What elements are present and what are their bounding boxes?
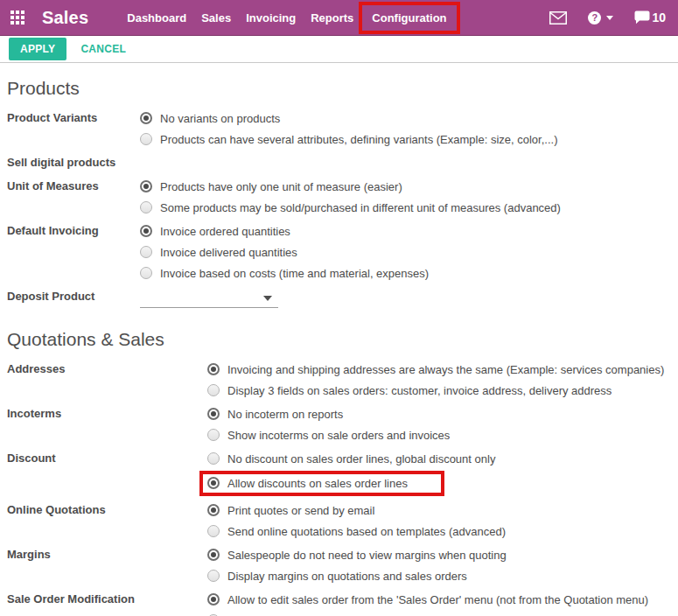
radio-option-one-uom[interactable]: Products have only one unit of measure (… <box>140 176 669 197</box>
settings-form: Products Product Variants No variants on… <box>0 78 678 616</box>
radio-option-show-incoterms[interactable]: Show incoterms on sale orders and invoic… <box>207 424 669 445</box>
nav-configuration[interactable]: Configuration <box>359 2 459 34</box>
group-label: Margins <box>7 544 207 586</box>
radio-option-never-modify[interactable]: Never allow to modify a confirmed sale o… <box>207 610 669 616</box>
group-margins: Margins Salespeople do not need to view … <box>7 544 669 586</box>
group-incoterms: Incoterms No incoterm on reports Show in… <box>7 403 669 445</box>
group-label: Discount <box>7 448 207 497</box>
radio-option-multi-uom[interactable]: Some products may be sold/purchased in d… <box>140 197 669 218</box>
chat-messages-button[interactable]: 10 <box>634 10 666 24</box>
radio-selected-icon[interactable] <box>140 180 152 192</box>
radio-selected-icon[interactable] <box>207 408 220 420</box>
nav-dashboard[interactable]: Dashboard <box>127 11 186 24</box>
radio-option-label: Allow to edit sales order from the 'Sale… <box>227 593 648 606</box>
radio-option-allow-edit-sale-order[interactable]: Allow to edit sales order from the 'Sale… <box>207 589 669 610</box>
group-label: Sale Order Modification <box>7 589 207 616</box>
radio-option-invoice-ordered[interactable]: Invoice ordered quantities <box>140 220 669 242</box>
apps-grid-icon[interactable] <box>10 10 24 24</box>
radio-unselected-icon[interactable] <box>140 267 152 279</box>
radio-option-label: Invoicing and shipping addresses are alw… <box>227 363 664 376</box>
radio-option-label: Display margins on quotations and sales … <box>227 570 467 583</box>
top-navbar: Sales Dashboard Sales Invoicing Reports … <box>0 0 678 36</box>
deposit-product-dropdown[interactable] <box>140 290 278 308</box>
radio-selected-icon[interactable] <box>207 477 220 489</box>
radio-option-label: Print quotes or send by email <box>227 504 374 517</box>
group-label: Deposit Product <box>7 286 140 308</box>
group-deposit-product: Deposit Product <box>7 286 669 308</box>
group-label: Unit of Measures <box>7 176 140 218</box>
quotations-sales-groups: Addresses Invoicing and shipping address… <box>7 359 669 616</box>
group-unit-of-measures: Unit of Measures Products have only one … <box>7 176 669 218</box>
radio-unselected-icon[interactable] <box>140 246 152 258</box>
annotation-box-discount: Allow discounts on sales order lines <box>199 471 444 496</box>
radio-option-invoice-costs[interactable]: Invoice based on costs (time and materia… <box>140 262 669 284</box>
help-dropdown[interactable]: ? <box>588 11 613 24</box>
radio-option-no-discount[interactable]: No discount on sales order lines, global… <box>207 448 669 469</box>
app-title: Sales <box>42 8 88 28</box>
messages-envelope-icon[interactable] <box>549 11 567 24</box>
radio-unselected-icon[interactable] <box>207 452 220 465</box>
group-label: Incoterms <box>7 403 207 445</box>
radio-selected-icon[interactable] <box>140 112 152 124</box>
group-label: Sell digital products <box>7 152 140 173</box>
chat-bubble-icon <box>634 10 650 24</box>
radio-selected-icon[interactable] <box>207 363 220 375</box>
radio-unselected-icon[interactable] <box>140 133 152 145</box>
radio-option-print-quotes[interactable]: Print quotes or send by email <box>207 500 669 521</box>
radio-unselected-icon[interactable] <box>207 570 220 582</box>
radio-option-variants-attributes[interactable]: Products can have several attributes, de… <box>140 129 669 150</box>
radio-selected-icon[interactable] <box>207 593 220 606</box>
radio-unselected-icon[interactable] <box>207 525 220 537</box>
apply-button[interactable]: APPLY <box>9 38 66 60</box>
section-title-products: Products <box>7 78 669 99</box>
chevron-down-icon <box>606 16 613 20</box>
cancel-button[interactable]: CANCEL <box>80 43 126 55</box>
radio-option-label: Allow discounts on sales order lines <box>227 477 408 490</box>
radio-option-online-templates[interactable]: Send online quotations based on template… <box>207 521 669 542</box>
radio-option-label: Display 3 fields on sales orders: custom… <box>227 384 612 397</box>
nav-sales[interactable]: Sales <box>201 11 231 24</box>
radio-unselected-icon[interactable] <box>207 429 220 441</box>
radio-option-display-margins[interactable]: Display margins on quotations and sales … <box>207 565 669 586</box>
radio-option-invoice-delivered[interactable]: Invoice delivered quantities <box>140 242 669 262</box>
group-sale-order-modification: Sale Order Modification Allow to edit sa… <box>7 589 669 616</box>
group-product-variants: Product Variants No variants on products… <box>7 108 669 150</box>
radio-selected-icon[interactable] <box>207 504 220 516</box>
radio-unselected-icon[interactable] <box>140 201 152 214</box>
radio-selected-icon[interactable] <box>140 225 152 237</box>
radio-option-label: Send online quotations based on template… <box>227 525 506 538</box>
radio-option-no-variants[interactable]: No variants on products <box>140 108 669 129</box>
chat-count-badge: 10 <box>652 10 666 24</box>
radio-unselected-icon[interactable] <box>207 384 220 396</box>
help-icon: ? <box>588 11 601 24</box>
topbar-icons: ? 10 <box>528 10 666 24</box>
radio-option-three-address-fields[interactable]: Display 3 fields on sales orders: custom… <box>207 380 669 401</box>
radio-option-label: Invoice ordered quantities <box>160 225 290 238</box>
group-default-invoicing: Default Invoicing Invoice ordered quanti… <box>7 220 669 284</box>
radio-option-allow-discounts[interactable]: Allow discounts on sales order lines <box>207 469 669 497</box>
radio-option-label: Some products may be sold/purchased in d… <box>160 201 561 214</box>
nav-invoicing[interactable]: Invoicing <box>246 11 296 24</box>
group-label: Addresses <box>7 359 207 401</box>
radio-option-no-incoterm[interactable]: No incoterm on reports <box>207 403 669 424</box>
nav-reports[interactable]: Reports <box>311 11 353 24</box>
envelope-icon <box>549 11 567 24</box>
radio-option-label: Salespeople do not need to view margins … <box>227 549 507 562</box>
radio-option-label: Show incoterms on sale orders and invoic… <box>227 429 450 442</box>
radio-option-label: Products have only one unit of measure (… <box>160 180 402 193</box>
group-addresses: Addresses Invoicing and shipping address… <box>7 359 669 401</box>
section-title-quotations-sales: Quotations & Sales <box>7 329 669 350</box>
radio-option-label: Products can have several attributes, de… <box>160 133 558 146</box>
dropdown-caret-icon <box>263 296 272 301</box>
settings-action-bar: APPLY CANCEL <box>0 36 678 63</box>
radio-option-label: Invoice delivered quantities <box>160 246 297 259</box>
radio-selected-icon[interactable] <box>207 549 220 561</box>
group-sell-digital-products: Sell digital products <box>7 152 669 173</box>
radio-option-label: No variants on products <box>160 112 280 125</box>
group-label: Default Invoicing <box>7 220 140 284</box>
radio-option-same-addresses[interactable]: Invoicing and shipping addresses are alw… <box>207 359 669 380</box>
radio-option-no-margins[interactable]: Salespeople do not need to view margins … <box>207 544 669 565</box>
radio-option-label: Invoice based on costs (time and materia… <box>160 267 429 280</box>
group-online-quotations: Online Quotations Print quotes or send b… <box>7 500 669 542</box>
radio-option-label: No discount on sales order lines, global… <box>227 452 495 466</box>
